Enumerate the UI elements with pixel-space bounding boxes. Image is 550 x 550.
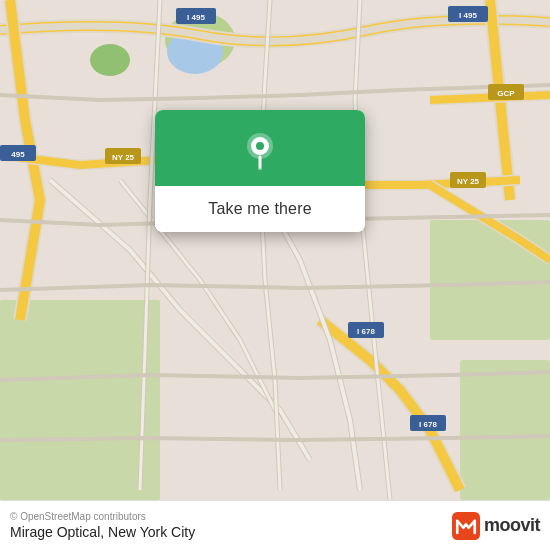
bottom-bar: © OpenStreetMap contributors Mirage Opti… [0,500,550,550]
map-container[interactable]: I 495 I 495 495 NY 25 NY 25 I 678 I 678 … [0,0,550,500]
svg-text:NY 25: NY 25 [112,153,135,162]
location-name: Mirage Optical, New York City [10,524,195,540]
moovit-label: moovit [484,515,540,536]
location-pin-icon [238,128,282,172]
svg-rect-1 [0,300,160,500]
svg-point-26 [258,166,262,170]
moovit-logo: moovit [452,512,540,540]
attribution-text: © OpenStreetMap contributors [10,511,195,522]
moovit-m-icon [452,512,480,540]
svg-text:I 678: I 678 [357,327,375,336]
svg-point-5 [90,44,130,76]
svg-rect-3 [430,220,550,340]
svg-text:I 495: I 495 [459,11,477,20]
svg-rect-4 [460,360,550,500]
card-green-header [155,110,365,186]
svg-text:NY 25: NY 25 [457,177,480,186]
location-card: Take me there [155,110,365,232]
svg-text:GCP: GCP [497,89,515,98]
bottom-info: © OpenStreetMap contributors Mirage Opti… [10,511,195,540]
map-svg: I 495 I 495 495 NY 25 NY 25 I 678 I 678 … [0,0,550,500]
svg-text:495: 495 [11,150,25,159]
svg-text:I 495: I 495 [187,13,205,22]
svg-point-25 [256,142,264,150]
svg-text:I 678: I 678 [419,420,437,429]
take-me-there-button[interactable]: Take me there [155,186,365,232]
